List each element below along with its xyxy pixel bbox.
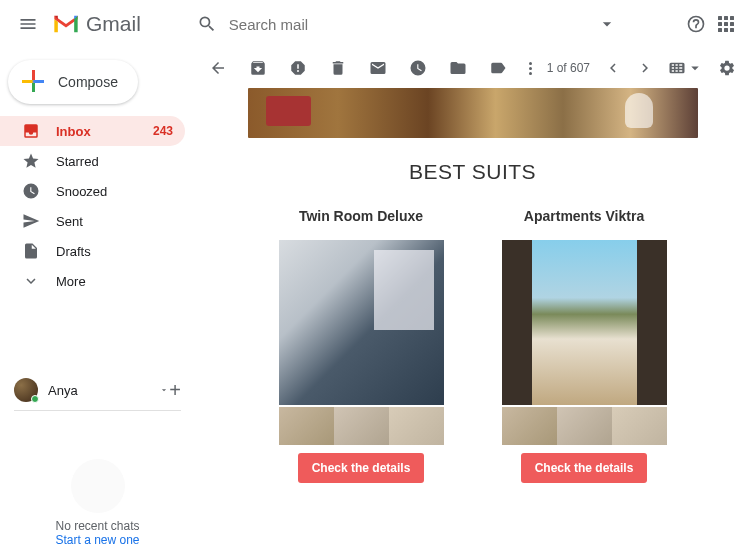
gmail-icon [52,13,80,35]
inbox-count: 243 [153,124,173,138]
presence-indicator [31,395,39,403]
archive-icon[interactable] [249,59,267,77]
hangouts-user-row[interactable]: Anya + [14,374,181,406]
sidebar-item-label: More [56,274,173,289]
thumbnail[interactable] [279,407,334,445]
card-thumbnails [502,407,667,445]
spam-icon[interactable] [289,59,307,77]
main-menu-button[interactable] [8,4,48,44]
prev-message-icon[interactable] [604,59,622,77]
mark-unread-icon[interactable] [369,59,387,77]
search-bar[interactable] [197,4,617,44]
star-icon [22,152,40,170]
hamburger-icon [18,14,38,34]
compose-button[interactable]: Compose [8,60,138,104]
start-chat-link[interactable]: Start a new one [0,533,195,547]
main-content: 1 of 607 BEST SUITS Twin Room Deluxe C [195,48,750,555]
sidebar-item-drafts[interactable]: Drafts [0,236,185,266]
card-title: Twin Room Deluxe [279,208,444,224]
sidebar-item-starred[interactable]: Starred [0,146,185,176]
card-thumbnails [279,407,444,445]
input-tools-button[interactable] [668,59,704,77]
room-card: Twin Room Deluxe Check the details [279,208,444,483]
settings-icon[interactable] [718,59,736,77]
plus-icon [20,68,48,96]
chats-empty-state: No recent chats Start a new one [0,459,195,547]
card-title: Apartments Viktra [502,208,667,224]
card-image[interactable] [502,240,667,405]
chats-empty-text: No recent chats [0,519,195,533]
sidebar-item-inbox[interactable]: Inbox 243 [0,116,185,146]
compose-label: Compose [58,74,118,90]
delete-icon[interactable] [329,59,347,77]
divider [14,410,181,411]
snooze-icon[interactable] [409,59,427,77]
clock-icon [22,182,40,200]
check-details-button[interactable]: Check the details [298,453,425,483]
avatar [14,378,38,402]
hangouts-section: Anya + [0,374,195,415]
sidebar-item-more[interactable]: More [0,266,185,296]
sidebar-item-label: Inbox [56,124,153,139]
send-icon [22,212,40,230]
sidebar-item-label: Snoozed [56,184,173,199]
section-title: BEST SUITS [215,160,730,184]
check-details-button[interactable]: Check the details [521,453,648,483]
thumbnail[interactable] [557,407,612,445]
caret-down-icon[interactable] [159,385,169,395]
keyboard-icon [668,59,686,77]
sidebar-item-label: Sent [56,214,173,229]
chevron-down-icon [22,272,40,290]
card-image[interactable] [279,240,444,405]
header-actions [686,14,742,34]
new-chat-button[interactable]: + [169,379,181,402]
gmail-logo[interactable]: Gmail [52,12,141,36]
support-icon[interactable] [686,14,706,34]
back-icon[interactable] [209,59,227,77]
thumbnail[interactable] [334,407,389,445]
sidebar-item-label: Starred [56,154,173,169]
more-actions-icon[interactable] [529,62,532,75]
sidebar-item-label: Drafts [56,244,173,259]
toolbar-left [209,59,532,77]
google-apps-icon[interactable] [718,16,734,32]
thumbnail[interactable] [502,407,557,445]
thumbnail[interactable] [612,407,667,445]
search-icon [197,14,217,34]
room-card: Apartments Viktra Check the details [502,208,667,483]
toolbar-right: 1 of 607 [547,59,736,77]
gmail-logo-text: Gmail [86,12,141,36]
drafts-icon [22,242,40,260]
thumbnail[interactable] [389,407,444,445]
search-options-dropdown[interactable] [597,14,617,34]
labels-icon[interactable] [489,59,507,77]
email-body: BEST SUITS Twin Room Deluxe Check the de… [195,88,750,483]
message-toolbar: 1 of 607 [195,48,750,88]
hero-image [248,88,698,138]
sidebar-item-sent[interactable]: Sent [0,206,185,236]
cards-row: Twin Room Deluxe Check the details Apart… [215,208,730,483]
hangouts-user-name: Anya [48,383,159,398]
sidebar-item-snoozed[interactable]: Snoozed [0,176,185,206]
inbox-icon [22,122,40,140]
caret-down-icon [686,59,704,77]
sidebar: Compose Inbox 243 Starred Snoozed Sent D… [0,48,195,555]
hangouts-empty-icon [71,459,125,513]
move-to-icon[interactable] [449,59,467,77]
next-message-icon[interactable] [636,59,654,77]
search-input[interactable] [229,16,597,33]
header: Gmail [0,0,750,48]
pagination-position: 1 of 607 [547,61,590,75]
